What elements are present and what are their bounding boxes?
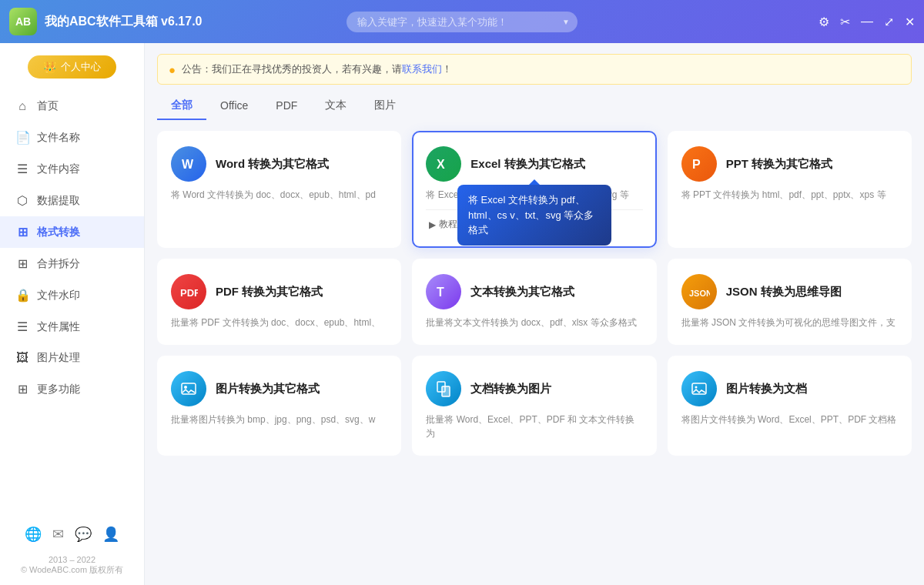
doc-to-img-icon (426, 371, 461, 406)
word-desc: 将 Word 文件转换为 doc、docx、epub、html、pd (171, 188, 387, 202)
file-icon: 📄 (15, 130, 29, 145)
sidebar-item-filecontent[interactable]: ☰ 文件内容 (0, 153, 144, 185)
app-body: 👑 个人中心 ⌂ 首页 📄 文件名称 ☰ 文件内容 ⬡ 数据提取 ⊞ (0, 43, 924, 585)
maximize-icon[interactable]: ⤢ (884, 15, 894, 29)
category-tabs: 全部 Office PDF 文本 图片 (145, 92, 924, 120)
img-convert-icon (171, 371, 206, 406)
svg-text:T: T (437, 286, 444, 299)
json-desc: 批量将 JSON 文件转换为可视化的思维导图文件，支 (681, 316, 898, 329)
crown-icon: 👑 (43, 61, 56, 73)
sidebar-user-area: 👑 个人中心 (0, 43, 144, 91)
sidebar-item-more[interactable]: ⊞ 更多功能 (0, 373, 144, 405)
svg-text:W: W (182, 158, 194, 171)
svg-point-7 (184, 386, 187, 389)
card-json-convert[interactable]: JSON JSON 转换为思维导图 批量将 JSON 文件转换为可视化的思维导图… (668, 259, 912, 345)
app-title: 我的ABC软件工具箱 v6.17.0 (45, 14, 203, 30)
search-input[interactable] (346, 12, 578, 32)
card-img-header: 图片转换为其它格式 (171, 371, 387, 406)
card-word-convert[interactable]: W Word 转换为其它格式 将 Word 文件转换为 doc、docx、epu… (157, 131, 401, 248)
pdf-icon: PDF (171, 274, 206, 309)
sidebar-item-filename[interactable]: 📄 文件名称 (0, 122, 144, 153)
imgprocess-icon: 🖼 (15, 351, 29, 365)
card-img-doc-header: 图片转换为文档 (681, 371, 898, 406)
announcement-icon: ● (169, 63, 176, 76)
cards-grid: W Word 转换为其它格式 将 Word 文件转换为 doc、docx、epu… (145, 131, 924, 468)
chat-icon[interactable]: 💬 (75, 526, 92, 543)
user-center-button[interactable]: 👑 个人中心 (28, 55, 116, 79)
json-title: JSON 转换为思维导图 (726, 285, 842, 299)
word-title: Word 转换为其它格式 (216, 157, 329, 172)
minimize-icon[interactable]: — (861, 15, 873, 28)
sidebar-item-mergesplit[interactable]: ⊞ 合并拆分 (0, 248, 144, 279)
email-icon[interactable]: ✉ (52, 526, 64, 543)
img-convert-title: 图片转换为其它格式 (216, 382, 320, 396)
ie-icon[interactable]: 🌐 (25, 526, 42, 543)
nav-label-filename: 文件名称 (37, 131, 80, 145)
favorite-button[interactable]: ♡ 关注 (482, 216, 518, 232)
card-ppt-header: P PPT 转换为其它格式 (681, 146, 898, 182)
sidebar-item-formatconvert[interactable]: ⊞ 格式转换 (0, 216, 144, 248)
card-img-convert[interactable]: 图片转换为其它格式 批量将图片转换为 bmp、jpg、png、psd、svg、w (157, 356, 401, 456)
convert-icon: ⊞ (15, 225, 29, 239)
watermark-icon: 🔒 (15, 288, 29, 303)
sidebar-item-imgprocess[interactable]: 🖼 图片处理 (0, 343, 144, 373)
tab-pdf[interactable]: PDF (262, 93, 311, 119)
word-icon: W (171, 146, 206, 182)
copyright-year: 2013 – 2022 (12, 555, 132, 564)
main-content: ● 公告：我们正在寻找优秀的投资人，若有兴趣，请联系我们！ 全部 Office … (145, 43, 924, 585)
search-bar[interactable]: ▼ (346, 12, 578, 32)
doc-to-img-desc: 批量将 Word、Excel、PPT、PDF 和 文本文件转换为 (426, 413, 642, 440)
content-icon: ☰ (15, 162, 29, 176)
nav-label-imgprocess: 图片处理 (37, 351, 80, 365)
announcement-text: 公告：我们正在寻找优秀的投资人，若有兴趣，请联系我们！ (182, 62, 452, 76)
excel-title: Excel 转换为其它格式 (470, 157, 584, 172)
tab-all[interactable]: 全部 (157, 92, 206, 120)
settings-icon[interactable]: ⚙ (819, 15, 829, 29)
tab-image[interactable]: 图片 (360, 92, 410, 120)
json-icon: JSON (681, 274, 717, 309)
tab-office[interactable]: Office (206, 93, 262, 119)
card-text-convert[interactable]: T 文本转换为其它格式 批量将文本文件转换为 docx、pdf、xlsx 等众多… (412, 259, 656, 345)
ppt-desc: 将 PPT 文件转换为 html、pdf、ppt、pptx、xps 等 (681, 188, 898, 202)
copyright-text: © WodeABC.com 版权所有 (12, 564, 132, 576)
card-pdf-convert[interactable]: PDF PDF 转换为其它格式 批量将 PDF 文件转换为 doc、docx、e… (157, 259, 401, 345)
pdf-desc: 批量将 PDF 文件转换为 doc、docx、epub、html、 (171, 316, 387, 329)
nav-label-filecontent: 文件内容 (37, 162, 80, 176)
scissors-icon[interactable]: ✂ (840, 15, 850, 29)
sidebar-item-dataextract[interactable]: ⬡ 数据提取 (0, 185, 144, 216)
announcement-bar: ● 公告：我们正在寻找优秀的投资人，若有兴趣，请联系我们！ (157, 54, 912, 85)
close-icon[interactable]: ✕ (905, 15, 915, 29)
svg-text:PDF: PDF (180, 287, 198, 299)
excel-card-actions: ▶ 教程 — ♡ 关注 (426, 209, 642, 232)
user-center-label: 个人中心 (61, 60, 101, 74)
nav-label-fileprops: 文件属性 (37, 320, 80, 334)
play-icon: ▶ (429, 219, 436, 230)
search-dropdown-icon: ▼ (562, 18, 570, 26)
text-title: 文本转换为其它格式 (470, 285, 574, 299)
card-word-header: W Word 转换为其它格式 (171, 146, 387, 182)
sidebar-item-fileprops[interactable]: ☰ 文件属性 (0, 311, 144, 343)
card-ppt-convert[interactable]: P PPT 转换为其它格式 将 PPT 文件转换为 html、pdf、ppt、p… (668, 131, 912, 248)
more-icon: ⊞ (15, 382, 29, 396)
svg-text:JSON: JSON (689, 289, 710, 298)
ppt-icon: P (681, 146, 717, 182)
card-excel-convert[interactable]: X Excel 转换为其它格式 将 Excel 文件转换为 pdf、html、c… (412, 131, 656, 248)
user-icon[interactable]: 👤 (102, 526, 119, 543)
tutorial-button[interactable]: ▶ 教程 (426, 216, 460, 232)
nav-label-mergesplit: 合并拆分 (37, 257, 80, 271)
sidebar-item-home[interactable]: ⌂ 首页 (0, 91, 144, 122)
card-doc-to-img[interactable]: 文档转换为图片 批量将 Word、Excel、PPT、PDF 和 文本文件转换为 (412, 356, 656, 456)
nav-label-more: 更多功能 (37, 383, 80, 396)
text-desc: 批量将文本文件转换为 docx、pdf、xlsx 等众多格式 (426, 316, 642, 329)
nav-label-watermark: 文件水印 (37, 289, 80, 303)
tab-text[interactable]: 文本 (311, 92, 360, 120)
nav-label-home: 首页 (37, 99, 59, 113)
sidebar: 👑 个人中心 ⌂ 首页 📄 文件名称 ☰ 文件内容 ⬡ 数据提取 ⊞ (0, 43, 145, 585)
card-img-to-doc[interactable]: 图片转换为文档 将图片文件转换为 Word、Excel、PPT、PDF 文档格 (668, 356, 912, 456)
sidebar-item-watermark[interactable]: 🔒 文件水印 (0, 279, 144, 311)
action-separator: — (467, 219, 476, 230)
excel-icon: X (426, 146, 461, 182)
extract-icon: ⬡ (15, 193, 29, 208)
contact-link[interactable]: 联系我们 (402, 63, 442, 75)
img-convert-desc: 批量将图片转换为 bmp、jpg、png、psd、svg、w (171, 413, 387, 426)
